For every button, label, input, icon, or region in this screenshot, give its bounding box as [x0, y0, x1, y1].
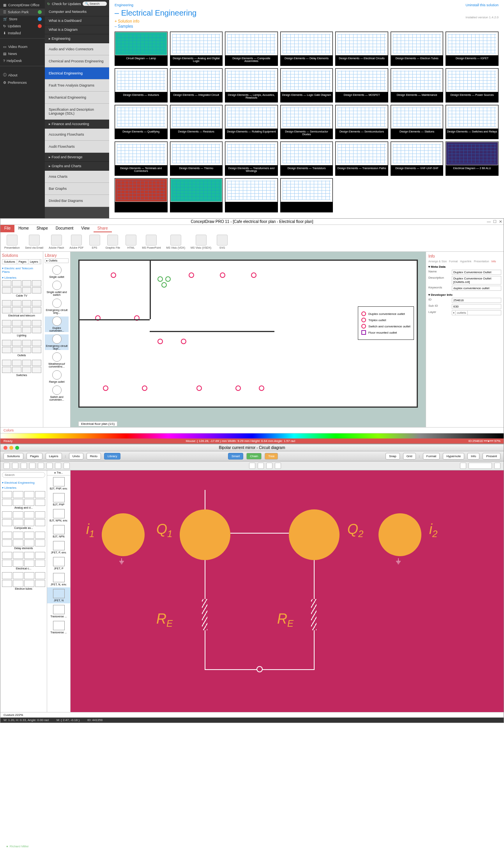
- sample-item[interactable]: Design Elements — Terminals and Connecto…: [115, 141, 168, 176]
- solution-info-toggle[interactable]: + Solution info: [115, 19, 499, 23]
- library-item[interactable]: JFET, N, env.: [47, 571, 70, 587]
- outlet-shape[interactable]: [235, 385, 241, 391]
- sample-item[interactable]: [225, 178, 278, 212]
- shape-group[interactable]: Lighting: [2, 320, 41, 337]
- cat-item[interactable]: Chemical and Process Engineering: [45, 55, 109, 67]
- max-icon[interactable]: ☐: [493, 219, 497, 224]
- undo-button[interactable]: Undo: [69, 453, 83, 460]
- uninstall-link[interactable]: Uninstall this solution: [465, 3, 499, 7]
- sample-item[interactable]: Design Elements — Electrical Circuits: [335, 32, 388, 66]
- outlet-shape[interactable]: [165, 276, 171, 282]
- tool-button[interactable]: MS Visio (VDX): [166, 235, 186, 249]
- library-item[interactable]: Range outlet: [45, 370, 69, 383]
- nav-updates[interactable]: ↻ Updates: [0, 23, 45, 30]
- library-item[interactable]: Emergency circuit sing...: [45, 299, 69, 314]
- sample-item[interactable]: Design Elements — VHF-UHF-SHF: [391, 141, 444, 176]
- tool-icon[interactable]: [46, 463, 53, 469]
- desc-field[interactable]: Duplex Convenience Outlet [Outlets.cdl]: [452, 276, 501, 285]
- resistor-shape[interactable]: [202, 599, 207, 630]
- outlet-shape[interactable]: [251, 272, 256, 278]
- cat-item[interactable]: Divided Bar Diagrams: [45, 195, 109, 207]
- library-item[interactable]: JFET, N: [47, 587, 70, 603]
- sample-item[interactable]: Design Elements — Maintenance: [391, 68, 444, 103]
- close-icon[interactable]: [4, 446, 7, 450]
- sample-item[interactable]: Design Elements — Power Sources: [446, 68, 499, 103]
- cat-item[interactable]: ▸ Engineering: [45, 34, 109, 43]
- tool-button[interactable]: EPS: [89, 235, 100, 249]
- outlet-shape[interactable]: [196, 385, 202, 391]
- sample-item[interactable]: Design Elements — Rotating Equipment: [225, 105, 278, 139]
- sample-item[interactable]: Design Elements — Lamps, Acoustics, Read…: [225, 68, 278, 103]
- min-icon[interactable]: —: [487, 219, 491, 224]
- redo-button[interactable]: Redo: [87, 453, 101, 460]
- nav-helpdesk[interactable]: ? HelpDesk: [0, 57, 45, 64]
- solutions-button[interactable]: Solutions: [4, 453, 23, 460]
- category-label[interactable]: ▾ Electric and Telecom Plans: [2, 267, 41, 274]
- sample-item[interactable]: Design Elements — Electron Tubes: [391, 32, 444, 66]
- sample-item[interactable]: Design Elements — Transistors: [280, 141, 333, 176]
- smart-button[interactable]: Smart: [228, 453, 243, 460]
- sample-item[interactable]: [115, 178, 168, 212]
- search-input[interactable]: [2, 472, 45, 478]
- cat-item[interactable]: ▸ Food and Beverage: [45, 153, 109, 162]
- nav-installed[interactable]: ⬇ Installed: [0, 30, 45, 37]
- sample-item[interactable]: Design Elements — Composite Assemblies: [225, 32, 278, 66]
- tool-icon[interactable]: [64, 463, 70, 469]
- dev-section[interactable]: ▾ Developer Info: [428, 293, 501, 297]
- sample-item[interactable]: Design Elements — Logic Gate Diagram: [280, 68, 333, 103]
- tool-icon[interactable]: [258, 463, 264, 469]
- cat-item[interactable]: What is a Diagram: [45, 25, 109, 34]
- sol-tab[interactable]: Solutions: [2, 260, 17, 264]
- resistor-shape[interactable]: [311, 599, 317, 630]
- cat-item[interactable]: Specification and Description Language (…: [45, 104, 109, 120]
- outlet-shape[interactable]: [181, 339, 186, 344]
- tab-shape[interactable]: Shape: [33, 225, 52, 232]
- cat-item[interactable]: Computer and Networks: [45, 7, 109, 16]
- page-tab[interactable]: Electrical floor plan (1/1): [78, 421, 117, 426]
- nav-solution-park[interactable]: ☰ Solution Park: [0, 9, 45, 16]
- meta-section[interactable]: ▾ Meta Data: [428, 265, 501, 269]
- layer-field[interactable]: ▪ outlets: [452, 310, 501, 315]
- tool-icon[interactable]: [21, 463, 27, 469]
- shape-group[interactable]: Switches: [2, 360, 41, 377]
- grid-button[interactable]: Grid: [403, 453, 416, 460]
- tab-file[interactable]: File: [0, 225, 14, 232]
- library-item[interactable]: Switch and convenien...: [45, 385, 69, 401]
- outlet-shape[interactable]: [103, 385, 108, 391]
- shape-group[interactable]: Delay elements: [2, 532, 45, 550]
- format-button[interactable]: Format: [423, 453, 440, 460]
- cat-item[interactable]: Accounting Flowcharts: [45, 129, 109, 141]
- cat-item[interactable]: Bar Graphs: [45, 183, 109, 195]
- sample-item[interactable]: Design Elements — Integrated Circuit: [170, 68, 223, 103]
- sample-item[interactable]: Design Elements — Switches and Relays: [446, 105, 499, 139]
- sample-item[interactable]: Design Elements — Resistors: [170, 105, 223, 139]
- color-palette[interactable]: [0, 433, 504, 438]
- cat-item[interactable]: Audio and Video Connectors: [45, 43, 109, 55]
- tool-icon[interactable]: [29, 463, 35, 469]
- tool-icon[interactable]: [249, 463, 255, 469]
- tool-button[interactable]: Send via Email: [25, 235, 43, 249]
- pages-button[interactable]: Pages: [27, 453, 42, 460]
- canvas[interactable]: i1 Q1 Q2 i2 RE RE ⏚ ⏚: [71, 470, 504, 712]
- info-button[interactable]: Info: [467, 453, 479, 460]
- cat-item[interactable]: ▸ Graphs and Charts: [45, 162, 109, 171]
- cat-item[interactable]: Area Charts: [45, 171, 109, 183]
- sample-item[interactable]: Design Elements — Stations: [391, 105, 444, 139]
- nav-video-room[interactable]: ▭ Video Room: [0, 43, 45, 50]
- check-updates[interactable]: Check for Updates: [52, 2, 81, 6]
- outlet-shape[interactable]: [161, 282, 167, 288]
- shape-group[interactable]: Electron tubes: [2, 572, 45, 590]
- sample-item[interactable]: Circuit Diagram — Lamp: [115, 32, 168, 66]
- tool-button[interactable]: MS PowerPoint: [142, 235, 161, 249]
- tab-share[interactable]: Share: [94, 225, 112, 232]
- category-label[interactable]: ▾ Electrical Engineering: [2, 481, 45, 484]
- library-button[interactable]: Library: [104, 453, 120, 460]
- tool-icon[interactable]: [12, 463, 18, 469]
- nav-store[interactable]: 🛒 Store: [0, 16, 45, 23]
- sample-item[interactable]: Design Elements — Delay Elements: [280, 32, 333, 66]
- shape-group[interactable]: Analog and d...: [2, 491, 45, 509]
- close-icon[interactable]: ✕: [499, 219, 502, 224]
- sample-item[interactable]: Design Elements — Semiconductors: [335, 105, 388, 139]
- library-item[interactable]: BJT, PNP: [47, 491, 70, 507]
- canvas[interactable]: Duplex convenience outlet Triplex outlet…: [71, 252, 426, 427]
